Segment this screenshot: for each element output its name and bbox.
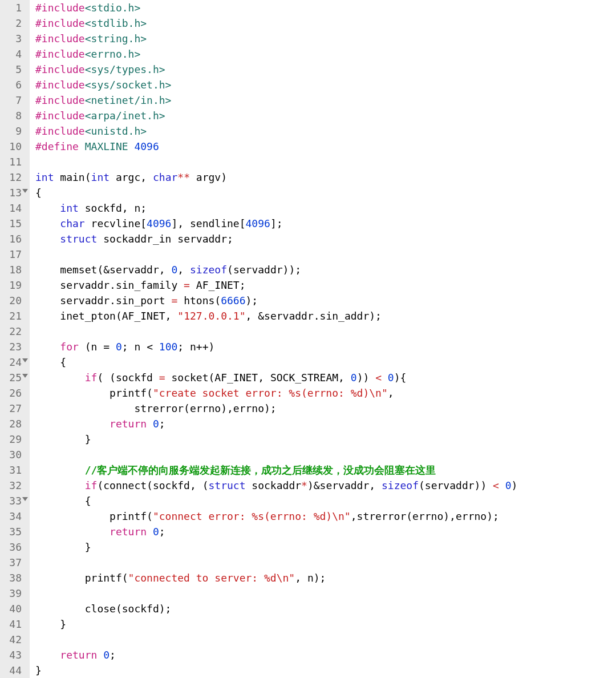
code-line: { [35, 493, 616, 508]
code-line: } [35, 539, 616, 555]
code-area[interactable]: #include<stdio.h> #include<stdlib.h> #in… [30, 0, 616, 678]
line-number: 34 [0, 508, 26, 524]
code-line [35, 324, 616, 339]
code-line: close(sockfd); [35, 601, 616, 616]
line-number: 22 [0, 324, 26, 339]
code-line: return 0; [35, 416, 616, 431]
code-line: #include<unistd.h> [35, 123, 616, 139]
line-number: 26 [0, 385, 26, 401]
line-number: 11 [0, 154, 26, 170]
line-number: 5 [0, 62, 26, 77]
line-number: 1 [0, 0, 26, 15]
line-number: 25 [0, 370, 26, 385]
line-number: 33 [0, 493, 26, 508]
line-number: 12 [0, 170, 26, 185]
code-line [35, 555, 616, 570]
code-line: #include<sys/socket.h> [35, 77, 616, 92]
line-number: 15 [0, 216, 26, 231]
code-line: memset(&servaddr, 0, sizeof(servaddr)); [35, 262, 616, 277]
line-number: 3 [0, 31, 26, 46]
line-number: 29 [0, 431, 26, 447]
code-line: } [35, 663, 616, 678]
line-number: 17 [0, 247, 26, 262]
line-number: 23 [0, 339, 26, 354]
code-line [35, 586, 616, 601]
line-number: 41 [0, 616, 26, 632]
code-line: int sockfd, n; [35, 200, 616, 216]
line-number: 20 [0, 293, 26, 308]
code-line: #define MAXLINE 4096 [35, 139, 616, 154]
code-line: #include<sys/types.h> [35, 62, 616, 77]
line-number: 7 [0, 92, 26, 108]
line-number: 43 [0, 647, 26, 663]
code-line: servaddr.sin_port = htons(6666); [35, 293, 616, 308]
line-number: 13 [0, 185, 26, 200]
code-line: printf("create socket error: %s(errno: %… [35, 385, 616, 401]
code-line [35, 447, 616, 462]
code-line: #include<stdlib.h> [35, 15, 616, 31]
fold-marker-icon[interactable] [22, 374, 28, 378]
code-line: servaddr.sin_family = AF_INET; [35, 277, 616, 293]
line-number: 30 [0, 447, 26, 462]
code-line: #include<stdio.h> [35, 0, 616, 15]
line-number: 8 [0, 108, 26, 123]
code-line: return 0; [35, 647, 616, 663]
code-line: #include<netinet/in.h> [35, 92, 616, 108]
code-line: #include<arpa/inet.h> [35, 108, 616, 123]
code-line: } [35, 431, 616, 447]
fold-marker-icon[interactable] [22, 189, 28, 193]
line-number: 21 [0, 308, 26, 324]
line-number: 32 [0, 478, 26, 493]
line-number: 44 [0, 663, 26, 678]
code-line: #include<errno.h> [35, 46, 616, 62]
fold-marker-icon[interactable] [22, 497, 28, 501]
line-number: 38 [0, 570, 26, 586]
code-line: struct sockaddr_in servaddr; [35, 231, 616, 247]
line-number: 39 [0, 586, 26, 601]
line-number: 37 [0, 555, 26, 570]
line-number: 42 [0, 632, 26, 647]
line-number: 6 [0, 77, 26, 92]
line-number: 28 [0, 416, 26, 431]
line-number: 31 [0, 462, 26, 478]
code-line: inet_pton(AF_INET, "127.0.0.1", &servadd… [35, 308, 616, 324]
line-number: 35 [0, 524, 26, 539]
code-line [35, 247, 616, 262]
code-line: { [35, 185, 616, 200]
code-line: } [35, 616, 616, 632]
line-number: 24 [0, 354, 26, 370]
line-number: 9 [0, 123, 26, 139]
code-line: int main(int argc, char** argv) [35, 170, 616, 185]
code-line: #include<string.h> [35, 31, 616, 46]
code-line [35, 632, 616, 647]
line-number: 16 [0, 231, 26, 247]
code-line [35, 154, 616, 170]
line-number: 18 [0, 262, 26, 277]
line-number: 27 [0, 401, 26, 416]
gutter: 1234567891011121314151617181920212223242… [0, 0, 30, 678]
fold-marker-icon[interactable] [22, 358, 28, 362]
line-number: 40 [0, 601, 26, 616]
line-number: 10 [0, 139, 26, 154]
line-number: 2 [0, 15, 26, 31]
code-line: //客户端不停的向服务端发起新连接，成功之后继续发，没成功会阻塞在这里 [35, 462, 616, 478]
code-line: for (n = 0; n < 100; n++) [35, 339, 616, 354]
code-line: { [35, 354, 616, 370]
code-line: return 0; [35, 524, 616, 539]
code-line: char recvline[4096], sendline[4096]; [35, 216, 616, 231]
line-number: 14 [0, 200, 26, 216]
code-line: printf("connected to server: %d\n", n); [35, 570, 616, 586]
line-number: 19 [0, 277, 26, 293]
code-line: printf("connect error: %s(errno: %d)\n",… [35, 508, 616, 524]
line-number: 4 [0, 46, 26, 62]
code-line: if( (sockfd = socket(AF_INET, SOCK_STREA… [35, 370, 616, 385]
line-number: 36 [0, 539, 26, 555]
code-line: strerror(errno),errno); [35, 401, 616, 416]
code-line: if(connect(sockfd, (struct sockaddr*)&se… [35, 478, 616, 493]
